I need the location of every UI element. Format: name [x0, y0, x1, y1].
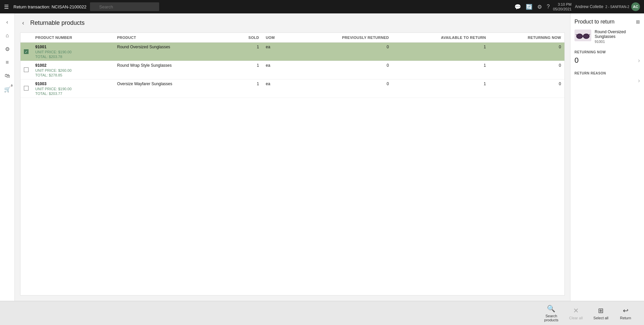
search-products-button[interactable]: 🔍 Searchproducts [539, 302, 564, 325]
returning-now-row: 0 › [574, 56, 640, 65]
product-preview: Round Oversized Sunglasses 91001 [574, 30, 640, 44]
right-panel-header: Product to return ⊞ [574, 19, 640, 25]
select-all-icon: ⊞ [598, 307, 604, 315]
row-product-name: Round Wrap Style Sunglasses [114, 61, 230, 79]
row-returning-now: 0 [489, 43, 564, 61]
chat-icon[interactable]: 💬 [514, 4, 521, 10]
top-bar: ☰ Return transaction: NCISAN-2100022 🔍 💬… [0, 0, 644, 13]
hamburger-icon[interactable]: ☰ [4, 4, 9, 10]
col-product-number: PRODUCT NUMBER [32, 33, 114, 43]
clear-all-button[interactable]: ✕ Clear all [564, 304, 588, 323]
svg-line-4 [589, 34, 590, 35]
row-returning-now: 0 [489, 79, 564, 98]
refresh-icon[interactable]: 🔄 [526, 4, 533, 10]
row-returning-now: 0 [489, 61, 564, 79]
row-uom: ea [263, 43, 292, 61]
return-label: Return [620, 316, 631, 320]
search-products-label: Searchproducts [544, 314, 558, 322]
user-avatar[interactable]: AC [631, 2, 640, 11]
row-product-number: 91001 UNIT PRICE: $190.00 TOTAL: $203.78 [32, 43, 114, 61]
row-checkbox[interactable] [24, 86, 29, 91]
sunglasses-image [576, 31, 590, 40]
row-uom: ea [263, 79, 292, 98]
row-available-to-return: 1 [392, 79, 489, 98]
clear-all-label: Clear all [569, 316, 583, 320]
product-preview-name: Round Oversized Sunglasses [595, 30, 640, 39]
row-sold: 1 [230, 79, 262, 98]
row-checkbox-cell[interactable] [20, 43, 32, 61]
search-products-icon: 🔍 [547, 305, 555, 313]
select-all-button[interactable]: ⊞ Select all [588, 304, 614, 323]
row-previously-returned: 0 [292, 61, 392, 79]
page-title: Returnable products [30, 19, 85, 26]
transaction-title: Return transaction: NCISAN-2100022 [13, 4, 87, 9]
col-available-to-return: AVAILABLE TO RETURN [392, 33, 489, 43]
col-sold: SOLD [230, 33, 262, 43]
row-sold: 1 [230, 43, 262, 61]
sidebar-settings-button[interactable]: ⚙ [1, 43, 13, 55]
back-button[interactable]: ‹ [20, 19, 26, 27]
row-previously-returned: 0 [292, 79, 392, 98]
col-previously-returned: PREVIOUSLY RETURNED [292, 33, 392, 43]
col-check [20, 33, 32, 43]
table-row[interactable]: 91002 UNIT PRICE: $260.00 TOTAL: $278.85… [20, 61, 564, 79]
returning-now-value: 0 [574, 56, 579, 65]
cart-badge: 0 [11, 84, 12, 87]
cart-icon: 🛒 [4, 86, 11, 93]
row-product-number: 91003 UNIT PRICE: $190.00 TOTAL: $203.77 [32, 79, 114, 98]
main-layout: ‹ ⌂ ⚙ ≡ 🛍 🛒 0 ‹ Returnable products PROD [0, 13, 644, 301]
settings-icon[interactable]: ⚙ [537, 4, 542, 10]
main-content: ‹ Returnable products PRODUCT NUMBER PRO… [15, 13, 570, 301]
returning-now-section: RETURNING NOW 0 › [574, 50, 640, 65]
col-product: PRODUCT [114, 33, 230, 43]
svg-point-1 [583, 34, 589, 39]
row-checkbox[interactable] [24, 49, 29, 54]
return-reason-label: RETURN REASON [574, 71, 640, 75]
select-all-label: Select all [593, 316, 608, 320]
col-returning-now: RETURNING NOW [489, 33, 564, 43]
sidebar-orders-button[interactable]: 🛍 [1, 70, 13, 82]
row-product-number: 91002 UNIT PRICE: $260.00 TOTAL: $278.85 [32, 61, 114, 79]
panel-expand-icon[interactable]: ⊞ [636, 19, 640, 24]
product-details: Round Oversized Sunglasses 91001 [595, 30, 640, 44]
store-label: 2 - SANFRAN-2 [605, 5, 629, 9]
right-panel: Product to return ⊞ Round Oversized Sung… [570, 13, 644, 301]
products-table: PRODUCT NUMBER PRODUCT SOLD UOM PREVIOUS… [20, 33, 564, 98]
sidebar-home-button[interactable]: ⌂ [1, 30, 13, 42]
returning-now-label: RETURNING NOW [574, 50, 640, 54]
user-info: Andrew Collette 2 - SANFRAN-2 AC [575, 2, 640, 11]
row-sold: 1 [230, 61, 262, 79]
sidebar-menu-button[interactable]: ≡ [1, 56, 13, 68]
help-icon[interactable]: ? [547, 4, 550, 10]
return-icon: ↩ [623, 307, 629, 315]
table-header-row: PRODUCT NUMBER PRODUCT SOLD UOM PREVIOUS… [20, 33, 564, 43]
sidebar-back-button[interactable]: ‹ [1, 16, 13, 28]
bottom-bar: 🔍 Searchproducts ✕ Clear all ⊞ Select al… [0, 301, 644, 325]
row-previously-returned: 0 [292, 43, 392, 61]
user-name: Andrew Collette [575, 4, 603, 9]
return-reason-chevron[interactable]: › [638, 77, 640, 84]
search-wrapper: 🔍 [90, 2, 224, 11]
table-row[interactable]: 91001 UNIT PRICE: $190.00 TOTAL: $203.78… [20, 43, 564, 61]
svg-point-0 [577, 34, 583, 39]
product-thumbnail [574, 30, 591, 41]
returning-now-chevron[interactable]: › [638, 57, 640, 64]
right-panel-title: Product to return [574, 19, 614, 25]
return-reason-row: › [574, 77, 640, 84]
row-checkbox-cell[interactable] [20, 79, 32, 98]
table-row[interactable]: 91003 UNIT PRICE: $190.00 TOTAL: $203.77… [20, 79, 564, 98]
sidebar: ‹ ⌂ ⚙ ≡ 🛍 🛒 0 [0, 13, 15, 301]
return-button[interactable]: ↩ Return [614, 304, 637, 323]
product-preview-number: 91001 [595, 40, 640, 44]
sidebar-cart-button[interactable]: 🛒 0 [1, 83, 13, 95]
top-search-input[interactable] [90, 2, 159, 11]
col-uom: UOM [263, 33, 292, 43]
content-area: ‹ Returnable products PRODUCT NUMBER PRO… [15, 13, 644, 301]
return-reason-section: RETURN REASON › [574, 71, 640, 84]
top-bar-icons: 💬 🔄 ⚙ ? [514, 4, 550, 10]
time-display: 3:10 PM 05/20/2021 [553, 2, 571, 12]
row-uom: ea [263, 61, 292, 79]
row-checkbox-cell[interactable] [20, 61, 32, 79]
row-checkbox[interactable] [24, 67, 29, 72]
clear-all-icon: ✕ [573, 307, 579, 315]
